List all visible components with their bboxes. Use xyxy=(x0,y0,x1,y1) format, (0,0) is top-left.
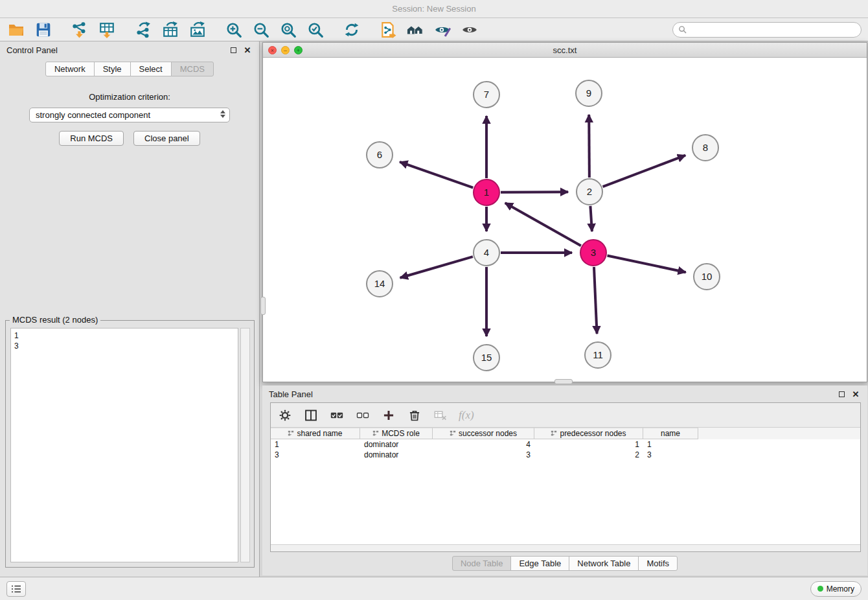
table-row[interactable]: 1dominator411 xyxy=(271,439,860,450)
table-cell[interactable]: 4 xyxy=(433,439,534,450)
zoom-window-button[interactable]: + xyxy=(294,46,303,54)
table-cell[interactable]: 3 xyxy=(271,450,360,460)
network-canvas[interactable]: 7968124314101511 xyxy=(263,58,867,382)
table-horizontal-scrollbar[interactable] xyxy=(271,544,860,551)
edge-1-6[interactable] xyxy=(400,162,473,188)
mcds-result-group: MCDS result (2 nodes) 13 xyxy=(5,320,255,568)
apply-function-button[interactable]: f(x) xyxy=(459,409,474,422)
network-window-titlebar[interactable]: × – + scc.txt xyxy=(263,43,867,58)
close-table-panel-button[interactable]: ✕ xyxy=(851,389,861,399)
node-11[interactable]: 11 xyxy=(585,342,611,368)
table-cell[interactable]: 3 xyxy=(643,450,698,460)
column-header-successor-nodes[interactable]: successor nodes xyxy=(433,428,534,439)
main-toolbar xyxy=(0,18,868,41)
run-mcds-button[interactable]: Run MCDS xyxy=(59,131,124,146)
clone-network-button[interactable] xyxy=(378,20,398,40)
table-cell[interactable]: dominator xyxy=(360,450,433,460)
edge-3-11[interactable] xyxy=(594,267,597,334)
column-header-shared-name[interactable]: shared name xyxy=(271,428,360,439)
table-cell[interactable]: 2 xyxy=(534,450,643,460)
node-14[interactable]: 14 xyxy=(367,271,393,297)
table-cell[interactable]: 1 xyxy=(643,439,698,450)
table-cell[interactable]: 1 xyxy=(271,439,360,450)
criterion-select[interactable]: strongly connected component xyxy=(29,108,230,122)
open-session-button[interactable] xyxy=(6,20,26,40)
mcds-result-line: 1 xyxy=(14,330,234,341)
node-2[interactable]: 2 xyxy=(577,179,602,205)
edge-3-10[interactable] xyxy=(608,256,686,273)
import-table-button[interactable] xyxy=(97,20,117,40)
node-7[interactable]: 7 xyxy=(474,82,499,108)
mcds-result-list[interactable]: 13 xyxy=(10,328,238,562)
session-title: Session: New Session xyxy=(392,4,475,14)
node-6[interactable]: 6 xyxy=(367,142,393,168)
delete-row-button[interactable] xyxy=(407,408,422,423)
zoom-out-button[interactable] xyxy=(251,20,271,40)
search-field[interactable] xyxy=(672,22,862,38)
float-table-panel-button[interactable] xyxy=(836,389,847,399)
memory-label: Memory xyxy=(827,584,854,594)
zoom-selected-button[interactable] xyxy=(306,20,325,40)
table-cell[interactable]: 3 xyxy=(433,450,534,460)
column-header-name[interactable]: name xyxy=(643,428,698,439)
birds-eye-view-button[interactable] xyxy=(460,20,479,40)
task-history-button[interactable] xyxy=(6,581,26,597)
home-button[interactable] xyxy=(405,20,425,40)
close-panel-button[interactable]: ✕ xyxy=(242,45,253,55)
tab-style[interactable]: Style xyxy=(94,62,131,76)
tab-select[interactable]: Select xyxy=(130,62,172,76)
node-9[interactable]: 9 xyxy=(576,80,602,106)
close-panel-button-mcds[interactable]: Close panel xyxy=(133,131,200,146)
tab-mcds[interactable]: MCDS xyxy=(171,62,214,76)
memory-button[interactable]: Memory xyxy=(810,581,862,597)
result-scrollbar[interactable] xyxy=(240,328,250,562)
edge-2-9[interactable] xyxy=(589,115,589,178)
delete-table-button[interactable] xyxy=(433,408,448,423)
tab-edge-table[interactable]: Edge Table xyxy=(510,556,569,571)
column-header-predecessor-nodes[interactable]: predecessor nodes xyxy=(534,428,643,439)
add-row-button[interactable] xyxy=(381,408,396,423)
zoom-fit-button[interactable] xyxy=(279,20,298,40)
tab-network[interactable]: Network xyxy=(45,62,95,76)
unselect-all-button[interactable] xyxy=(355,408,371,423)
node-1[interactable]: 1 xyxy=(474,179,499,205)
search-input[interactable] xyxy=(690,25,856,34)
export-network-button[interactable] xyxy=(133,20,153,40)
tab-motifs[interactable]: Motifs xyxy=(638,556,678,571)
node-8[interactable]: 8 xyxy=(692,135,718,161)
edge-3-1[interactable] xyxy=(505,203,581,246)
node-3[interactable]: 3 xyxy=(580,240,606,266)
zoom-in-button[interactable] xyxy=(224,20,244,40)
node-15[interactable]: 15 xyxy=(474,345,499,371)
column-header-mcds-role[interactable]: MCDS role xyxy=(360,428,433,439)
show-columns-button[interactable] xyxy=(303,408,319,423)
node-10[interactable]: 10 xyxy=(694,264,720,290)
export-table-button[interactable] xyxy=(161,20,180,40)
select-all-button[interactable] xyxy=(329,408,345,423)
tab-node-table[interactable]: Node Table xyxy=(452,556,512,571)
import-network-button[interactable] xyxy=(70,20,89,40)
zoom-selected-icon xyxy=(307,21,324,38)
edge-2-8[interactable] xyxy=(603,156,686,187)
refresh-button[interactable] xyxy=(342,20,361,40)
splitter-grip-bottom[interactable] xyxy=(554,379,573,384)
show-graphics-details-button[interactable] xyxy=(433,20,452,40)
edge-4-14[interactable] xyxy=(400,257,473,278)
checked-boxes-icon xyxy=(330,409,343,422)
mcds-buttons: Run MCDS Close panel xyxy=(0,131,259,146)
edge-1-2[interactable] xyxy=(501,192,568,192)
table-settings-button[interactable] xyxy=(277,408,293,423)
float-panel-button[interactable] xyxy=(228,45,238,55)
node-4[interactable]: 4 xyxy=(474,240,499,266)
save-session-button[interactable] xyxy=(34,20,53,40)
close-window-button[interactable]: × xyxy=(268,46,277,54)
table-cell[interactable]: 1 xyxy=(534,439,643,450)
minimize-window-button[interactable]: – xyxy=(281,46,290,54)
table-row[interactable]: 3dominator323 xyxy=(271,450,860,460)
splitter-grip-left[interactable] xyxy=(260,297,266,315)
table-cell[interactable]: dominator xyxy=(360,439,433,450)
tab-network-table[interactable]: Network Table xyxy=(569,556,639,571)
column-type-icon xyxy=(450,430,456,437)
edge-2-3[interactable] xyxy=(590,206,591,231)
export-image-button[interactable] xyxy=(188,20,207,40)
